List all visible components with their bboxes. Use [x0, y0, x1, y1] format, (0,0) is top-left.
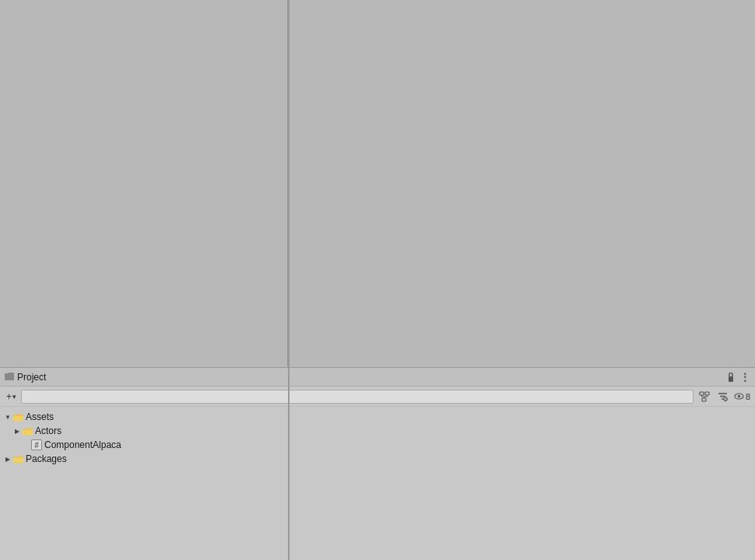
assets-label: Assets: [26, 411, 54, 422]
svg-point-14: [738, 395, 741, 398]
add-button[interactable]: + ▾: [5, 390, 18, 403]
project-header-left: Project: [5, 372, 46, 383]
svg-rect-0: [729, 376, 733, 382]
project-panel: Project ⋮ + ▾: [0, 367, 755, 560]
project-header-icons: ⋮: [725, 372, 750, 383]
hierarchy-icon-button[interactable]: [697, 390, 712, 404]
toolbar-row: + ▾: [0, 387, 755, 407]
menu-icon[interactable]: ⋮: [739, 372, 750, 383]
eye-badge[interactable]: 8: [734, 392, 750, 401]
tree-item-actors[interactable]: Actors: [0, 424, 755, 438]
project-title: Project: [17, 372, 46, 383]
tree-item-componentalpaca[interactable]: # ComponentAlpaca: [0, 438, 755, 452]
packages-label: Packages: [26, 453, 67, 464]
packages-arrow: [3, 454, 12, 464]
actors-folder-icon: [22, 425, 33, 436]
add-label: +: [6, 391, 12, 402]
componentalpaca-file-icon: #: [31, 439, 42, 450]
add-dropdown-arrow: ▾: [12, 393, 16, 401]
assets-folder-icon: [12, 411, 23, 422]
tree-item-packages[interactable]: Packages: [0, 452, 755, 466]
panel-divider: [288, 0, 290, 560]
svg-rect-3: [702, 398, 706, 401]
project-header: Project ⋮: [0, 368, 755, 387]
tree-item-assets[interactable]: Assets: [0, 410, 755, 424]
packages-folder-icon: [12, 453, 23, 464]
svg-rect-2: [705, 392, 709, 395]
eye-count: 8: [746, 392, 750, 401]
main-container: Project ⋮ + ▾: [0, 0, 755, 560]
assets-arrow: [3, 412, 12, 422]
folder-small-icon: [5, 373, 14, 382]
lock-icon[interactable]: [725, 372, 736, 383]
svg-rect-1: [700, 392, 704, 395]
componentalpaca-label: ComponentAlpaca: [44, 439, 121, 450]
actors-arrow: [12, 426, 22, 436]
tree-content[interactable]: Assets Actors # ComponentAlpaca: [0, 407, 755, 560]
actors-label: Actors: [35, 425, 61, 436]
filter-icon-button[interactable]: [715, 390, 731, 404]
search-input[interactable]: [21, 390, 694, 404]
